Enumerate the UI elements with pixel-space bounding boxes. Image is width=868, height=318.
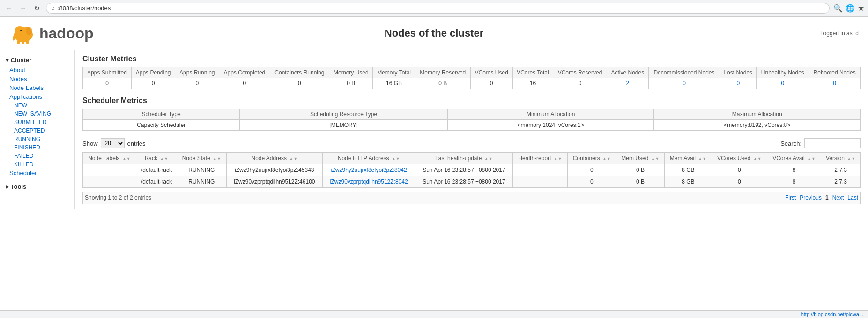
back-button[interactable]: ← bbox=[4, 3, 14, 14]
tools-section: ▸ Tools bbox=[0, 181, 74, 192]
metrics-header-10: VCores Reserved bbox=[553, 67, 607, 78]
col-containers[interactable]: Containers ▲▼ bbox=[567, 153, 616, 164]
first-page[interactable]: First bbox=[785, 194, 796, 201]
col-node-labels[interactable]: Node Labels ▲▼ bbox=[83, 153, 136, 164]
cell-12: 2.7.3 bbox=[821, 176, 861, 188]
sched-value-1: [MEMORY] bbox=[240, 120, 448, 131]
col-mem-used[interactable]: Mem Used ▲▼ bbox=[616, 153, 665, 164]
metrics-header-15: Rebooted Nodes bbox=[809, 67, 861, 78]
metrics-value-2: 0 bbox=[175, 78, 219, 89]
sidebar-item-running[interactable]: RUNNING bbox=[0, 135, 74, 143]
prev-page[interactable]: Previous bbox=[800, 194, 822, 201]
sidebar-item-about[interactable]: About bbox=[0, 66, 74, 74]
svg-point-3 bbox=[26, 27, 32, 35]
sched-value-0: Capacity Scheduler bbox=[83, 120, 240, 131]
cell-6 bbox=[513, 176, 568, 188]
scheduler-metrics-title: Scheduler Metrics bbox=[82, 96, 861, 105]
table-controls: Show 10 20 50 100 entries Search: bbox=[82, 138, 861, 148]
metrics-value-4: 0 bbox=[270, 78, 329, 89]
entries-select[interactable]: 10 20 50 100 bbox=[101, 138, 125, 148]
cell-3: iZwz9hy2uujrxf8efyoi3pZ:45343 bbox=[226, 164, 322, 176]
search-icon[interactable]: 🔍 bbox=[833, 4, 843, 13]
sched-header-3: Maximum Allocation bbox=[654, 109, 861, 120]
svg-point-4 bbox=[20, 30, 22, 31]
metrics-header-2: Apps Running bbox=[175, 67, 219, 78]
cluster-section: ▾ Cluster About Nodes Node Labels Applic… bbox=[0, 55, 74, 177]
cell-1: /default-rack bbox=[136, 164, 177, 176]
metrics-value-13: 0 bbox=[720, 78, 757, 89]
metrics-value-1: 0 bbox=[131, 78, 175, 89]
metrics-header-12: Decommissioned Nodes bbox=[648, 67, 720, 78]
sidebar-item-scheduler[interactable]: Scheduler bbox=[0, 169, 74, 177]
page-header: hadoop Nodes of the cluster Logged in as… bbox=[0, 17, 868, 50]
next-page[interactable]: Next bbox=[832, 194, 844, 201]
sidebar-item-submitted[interactable]: SUBMITTED bbox=[0, 118, 74, 126]
search-input[interactable] bbox=[804, 138, 861, 148]
sidebar-item-nodes[interactable]: Nodes bbox=[0, 74, 74, 83]
lock-icon: ○ bbox=[51, 5, 55, 12]
cell-4[interactable]: iZwz90vzprptqdiihn9512Z:8042 bbox=[322, 176, 415, 188]
sidebar-item-failed[interactable]: FAILED bbox=[0, 152, 74, 160]
sidebar-item-new-saving[interactable]: NEW_SAVING bbox=[0, 110, 74, 118]
cell-11: 8 bbox=[767, 176, 821, 188]
sidebar-item-node-labels[interactable]: Node Labels bbox=[0, 83, 74, 92]
pagination: First Previous 1 Next Last bbox=[785, 194, 858, 201]
forward-button[interactable]: → bbox=[18, 3, 28, 14]
show-entries: Show 10 20 50 100 entries bbox=[82, 138, 146, 148]
main-layout: ▾ Cluster About Nodes Node Labels Applic… bbox=[0, 50, 868, 209]
sidebar-item-killed[interactable]: KILLED bbox=[0, 160, 74, 169]
logged-in-text: Logged in as: d bbox=[820, 30, 859, 37]
scheduler-header-row: Scheduler TypeScheduling Resource TypeMi… bbox=[83, 109, 861, 120]
metrics-header-9: VCores Total bbox=[512, 67, 553, 78]
metrics-header-row: Apps SubmittedApps PendingApps RunningAp… bbox=[83, 67, 861, 78]
cell-5: Sun Apr 16 23:28:57 +0800 2017 bbox=[415, 164, 512, 176]
cell-0 bbox=[83, 176, 136, 188]
col-vcores-used[interactable]: VCores Used ▲▼ bbox=[712, 153, 767, 164]
metrics-header-1: Apps Pending bbox=[131, 67, 175, 78]
cell-8: 0 B bbox=[616, 164, 665, 176]
sidebar-item-applications[interactable]: Applications bbox=[0, 92, 74, 101]
page-title: Nodes of the cluster bbox=[385, 27, 483, 39]
tools-section-title[interactable]: ▸ Tools bbox=[0, 181, 74, 192]
col-version[interactable]: Version ▲▼ bbox=[821, 153, 861, 164]
svg-rect-6 bbox=[22, 40, 24, 44]
col-health-report[interactable]: Health-report ▲▼ bbox=[513, 153, 568, 164]
cell-4[interactable]: iZwz9hy2uujrxf8efyoi3pZ:8042 bbox=[322, 164, 415, 176]
col-vcores-avail[interactable]: VCores Avail ▲▼ bbox=[767, 153, 821, 164]
col-node-state[interactable]: Node State ▲▼ bbox=[177, 153, 226, 164]
last-page[interactable]: Last bbox=[847, 194, 858, 201]
cell-9: 8 GB bbox=[665, 176, 712, 188]
metrics-value-14: 0 bbox=[757, 78, 809, 89]
metrics-value-7: 0 B bbox=[415, 78, 470, 89]
sidebar-item-new[interactable]: NEW bbox=[0, 101, 74, 110]
svg-rect-7 bbox=[26, 40, 29, 44]
table-row: /default-rackRUNNINGiZwz90vzprptqdiihn95… bbox=[83, 176, 861, 188]
scheduler-values-row: Capacity Scheduler[MEMORY]<memory:1024, … bbox=[83, 120, 861, 131]
metrics-value-15: 0 bbox=[809, 78, 861, 89]
sidebar-item-accepted[interactable]: ACCEPTED bbox=[0, 126, 74, 135]
logo-text: hadoop bbox=[39, 25, 94, 42]
address-bar: ○ :8088/cluster/nodes bbox=[46, 3, 830, 14]
metrics-value-11: 2 bbox=[607, 78, 648, 89]
sched-header-1: Scheduling Resource Type bbox=[240, 109, 448, 120]
refresh-button[interactable]: ↻ bbox=[32, 3, 42, 14]
col-health-update[interactable]: Last health-update ▲▼ bbox=[415, 153, 512, 164]
sidebar-item-finished[interactable]: FINISHED bbox=[0, 143, 74, 152]
metrics-value-6: 16 GB bbox=[373, 78, 415, 89]
table-footer: Showing 1 to 2 of 2 entries First Previo… bbox=[82, 192, 861, 204]
sidebar: ▾ Cluster About Nodes Node Labels Applic… bbox=[0, 50, 75, 209]
cluster-section-title[interactable]: ▾ Cluster bbox=[0, 55, 74, 66]
translate-icon[interactable]: 🌐 bbox=[846, 4, 855, 13]
col-rack[interactable]: Rack ▲▼ bbox=[136, 153, 177, 164]
nodes-table: Node Labels ▲▼ Rack ▲▼ Node State ▲▼ Nod… bbox=[82, 152, 861, 188]
cluster-metrics-table: Apps SubmittedApps PendingApps RunningAp… bbox=[82, 67, 861, 89]
svg-point-1 bbox=[15, 26, 24, 34]
col-http-address[interactable]: Node HTTP Address ▲▼ bbox=[322, 153, 415, 164]
metrics-values-row: 000000 B16 GB0 B016020000 bbox=[83, 78, 861, 89]
cell-0 bbox=[83, 164, 136, 176]
col-mem-avail[interactable]: Mem Avail ▲▼ bbox=[665, 153, 712, 164]
col-node-address[interactable]: Node Address ▲▼ bbox=[226, 153, 322, 164]
cell-10: 0 bbox=[712, 176, 767, 188]
metrics-header-4: Containers Running bbox=[270, 67, 329, 78]
bookmark-icon[interactable]: ★ bbox=[858, 4, 864, 13]
